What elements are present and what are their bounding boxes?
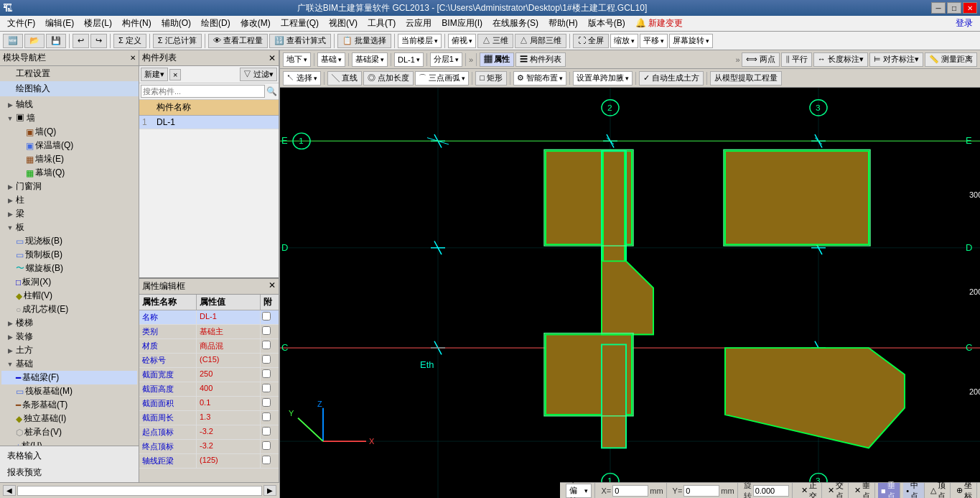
maximize-btn[interactable]: □ (947, 2, 961, 14)
tree-core-mold[interactable]: ○ 成孔芯模(E) (1, 303, 137, 316)
toolbar-save[interactable]: 💾 (46, 34, 66, 48)
ct-layer[interactable]: 分层1 (430, 52, 462, 67)
ct-length-dim[interactable]: ↔ 长度标注▾ (813, 52, 868, 67)
prop-eelev-val[interactable]: -3.2 (197, 440, 261, 453)
prop-mat-val[interactable]: 商品混 (197, 339, 261, 353)
tree-wall-pier[interactable]: ▦ 墙垛(E) (1, 152, 137, 166)
comp-new-btn[interactable]: 新建▾ (141, 68, 168, 81)
comp-search-input[interactable] (141, 85, 265, 98)
report-preview-btn[interactable]: 报表预览 (3, 464, 136, 481)
tree-decoration[interactable]: 装修 (1, 330, 137, 343)
menu-bim[interactable]: BIM应用(I) (437, 16, 487, 31)
search-icon[interactable]: 🔍 (266, 86, 277, 96)
menu-draw[interactable]: 绘图(D) (197, 16, 235, 31)
tree-slab-hole[interactable]: □ 板洞(X) (1, 275, 137, 289)
props-close[interactable]: ✕ (269, 280, 276, 292)
tree-earthwork[interactable]: 土方 (1, 343, 137, 357)
prop-check-9[interactable] (262, 427, 271, 435)
menu-modify[interactable]: 修改(M) (236, 16, 275, 31)
menu-floor[interactable]: 楼层(L) (80, 16, 116, 31)
login-btn[interactable]: 登录 (951, 16, 977, 31)
prop-check-10[interactable] (262, 441, 271, 450)
drawing-canvas[interactable]: 3000 2000 2000 E D C E D C 2 3 (280, 88, 980, 498)
left-scroll-right[interactable]: ▶ (263, 485, 276, 496)
tree-foundation-beam[interactable]: ━ 基础梁(F) (1, 371, 137, 384)
toolbar-redo[interactable]: ↪ (90, 34, 107, 48)
status-coord[interactable]: ⊕ 坐标 (953, 483, 977, 498)
comp-row-1[interactable]: 1 DL-1 (139, 116, 279, 129)
toolbar-view-calc[interactable]: 🔢 查看计算式 (269, 34, 331, 48)
tree-wall[interactable]: ▣ 墙 (1, 111, 137, 125)
prop-type-val[interactable]: 基础主 (197, 325, 261, 338)
tree-slab[interactable]: 板 (1, 221, 137, 234)
toolbar-open[interactable]: 📂 (24, 34, 45, 48)
prop-check-4[interactable] (262, 355, 271, 364)
ct-measure-dist[interactable]: 📏 测量距离 (925, 52, 977, 67)
toolbar-undo[interactable]: ↩ (73, 34, 89, 48)
toolbar-3d-local[interactable]: △ 局部三维 (515, 34, 566, 48)
nav-project-settings[interactable]: 工程设置 (0, 66, 139, 81)
prop-check-3[interactable] (262, 341, 271, 349)
toolbar-view-mode[interactable]: 俯视 (448, 34, 476, 48)
tree-raft[interactable]: ▭ 筏板基础(M) (1, 384, 137, 398)
menu-edit[interactable]: 编辑(E) (41, 16, 78, 31)
status-key-point[interactable]: ■ 垂点 (878, 483, 900, 498)
menu-help[interactable]: 帮助(H) (544, 16, 582, 31)
ct2-line[interactable]: ╲ 直线 (327, 71, 362, 86)
door-expand[interactable] (6, 183, 14, 190)
tree-precast-slab[interactable]: ▭ 预制板(B) (1, 248, 137, 262)
y-input[interactable] (683, 485, 719, 497)
tree-cast-slab[interactable]: ▭ 现浇板(B) (1, 234, 137, 248)
ct2-select[interactable]: ↖ 选择 (283, 71, 321, 86)
close-btn[interactable]: ✕ (963, 2, 977, 14)
ct-two-points[interactable]: ⟺ 两点 (742, 52, 780, 67)
ct-type1[interactable]: 基础 (317, 52, 345, 67)
menu-auxiliary[interactable]: 辅助(O) (157, 16, 195, 31)
ct2-check[interactable]: ✓ 自动生成土方 (639, 71, 704, 86)
decoration-expand[interactable] (6, 333, 14, 341)
tree-stair[interactable]: 楼梯 (1, 316, 137, 330)
menu-quantity[interactable]: 工程量(Q) (276, 16, 323, 31)
status-intersect[interactable]: ✕ 交点 (825, 483, 849, 498)
menu-file[interactable]: 文件(F) (3, 16, 39, 31)
ct-comp-list-btn[interactable]: ☰ 构件列表 (515, 52, 566, 67)
prop-grade-val[interactable]: (C15) (197, 354, 261, 367)
tree-insulation-wall[interactable]: ▣ 保温墙(Q) (1, 139, 137, 152)
toolbar-new[interactable]: 🆕 (3, 34, 23, 48)
x-input[interactable] (612, 485, 648, 497)
left-scroll-left[interactable]: ◀ (3, 485, 16, 496)
earthwork-expand[interactable] (6, 346, 14, 354)
status-midpoint[interactable]: • 中点 (903, 483, 924, 498)
comp-list-close[interactable]: ✕ (269, 53, 276, 63)
status-ortho[interactable]: ✕ 正交 (798, 483, 822, 498)
rotate-input[interactable] (753, 485, 789, 497)
foundation-expand[interactable] (6, 360, 14, 368)
toolbar-batch-select[interactable]: 📋 批量选择 (337, 34, 391, 48)
tree-axis[interactable]: 轴线 (1, 98, 137, 111)
prop-name-val[interactable]: DL-1 (197, 310, 261, 324)
ct2-smart[interactable]: ⚙ 智能布置 (513, 71, 566, 86)
status-top-point[interactable]: △ 顶点 (928, 483, 951, 498)
ct-type2[interactable]: 基础梁 (352, 52, 388, 67)
prop-check-7[interactable] (262, 398, 271, 407)
toolbar-view-qty[interactable]: 👁 查看工程量 (208, 34, 268, 48)
tree-column[interactable]: 柱 (1, 193, 137, 207)
ct-comp[interactable]: DL-1 (394, 52, 424, 67)
toolbar-fullscreen[interactable]: ⛶ 全屏 (573, 34, 609, 48)
tree-column-cap[interactable]: ◆ 柱帽(V) (1, 289, 137, 303)
toolbar-rotate[interactable]: 屏幕旋转 (669, 34, 713, 48)
prop-check-6[interactable] (262, 384, 271, 392)
axis-expand[interactable] (6, 101, 14, 109)
ct-parallel[interactable]: ∥ 平行 (781, 52, 812, 67)
status-perpendicular[interactable]: ✕ 垂点 (851, 483, 875, 498)
menu-tools[interactable]: 工具(T) (363, 16, 400, 31)
menu-cloud[interactable]: 云应用 (401, 16, 436, 31)
ct2-extract[interactable]: 从模型提取工程量 (710, 71, 782, 86)
toolbar-define[interactable]: Σ 定义 (113, 34, 146, 48)
table-input-btn[interactable]: 表格输入 (3, 448, 136, 464)
ct-floor[interactable]: 地下 (283, 52, 311, 67)
tree-beam[interactable]: 梁 (1, 207, 137, 221)
toolbar-3d[interactable]: △ 三维 (477, 34, 513, 48)
beam-expand[interactable] (6, 210, 14, 218)
ct-align-dim[interactable]: ⊨ 对齐标注▾ (869, 52, 923, 67)
